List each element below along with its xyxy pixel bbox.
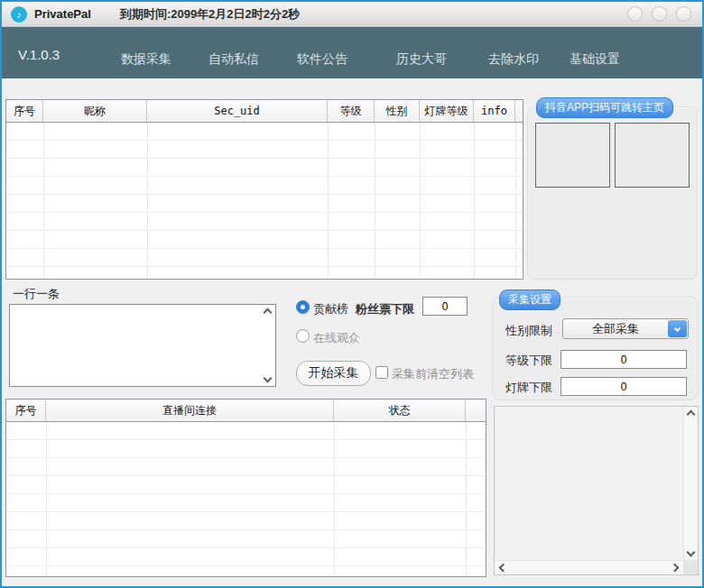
input-list-label: 一行一条 xyxy=(13,286,60,302)
app-window: ♪ PrivatePal 到期时间:2099年2月2日2时2分2秒 V.1.0.… xyxy=(0,0,704,588)
chevron-up-icon[interactable] xyxy=(264,308,273,317)
qr-panel: 抖音APP扫码可跳转主页 xyxy=(527,106,698,280)
nav-item-watermark-remove[interactable]: 去除水印 xyxy=(488,51,539,68)
collect-settings-panel: 采集设置 性别限制 全部采集 等级下限 灯牌下限 xyxy=(492,297,699,400)
col-nickname[interactable]: 昵称 xyxy=(43,100,147,122)
window-controls xyxy=(627,6,691,22)
room-table-header: 序号 直播间连接 状态 xyxy=(6,400,486,422)
lamp-min-label: 灯牌下限 xyxy=(505,380,552,396)
dropdown-arrow-button[interactable] xyxy=(668,320,687,337)
title-bar: ♪ PrivatePal 到期时间:2099年2月2日2时2分2秒 xyxy=(2,2,702,27)
col-lamp-level[interactable]: 灯牌等级 xyxy=(420,100,474,122)
fan-ticket-min-label: 粉丝票下限 xyxy=(356,301,414,317)
chevron-down-icon xyxy=(674,326,681,332)
radio-online-label: 在线观众 xyxy=(313,330,360,346)
nav-item-auto-message[interactable]: 自动私信 xyxy=(208,51,259,68)
log-horizontal-scrollbar[interactable] xyxy=(495,560,683,574)
chevron-down-icon[interactable] xyxy=(687,548,696,557)
qr-panel-title-badge: 抖音APP扫码可跳转主页 xyxy=(536,97,673,118)
maximize-button[interactable] xyxy=(652,6,667,22)
col-level[interactable]: 等级 xyxy=(328,100,375,122)
gender-limit-dropdown[interactable]: 全部采集 xyxy=(562,318,689,339)
col-index[interactable]: 序号 xyxy=(6,400,46,421)
clear-before-collect-checkbox[interactable] xyxy=(375,366,388,379)
col-gender[interactable]: 性别 xyxy=(375,100,420,122)
app-title: PrivatePal xyxy=(34,7,91,21)
nav-item-data-collect[interactable]: 数据采集 xyxy=(121,51,171,68)
app-logo-music-note-icon: ♪ xyxy=(11,6,27,23)
fan-ticket-min-input[interactable] xyxy=(422,297,468,316)
lamp-min-input[interactable] xyxy=(560,377,687,396)
log-panel[interactable] xyxy=(494,406,699,575)
start-collect-button[interactable]: 开始采集 xyxy=(296,361,371,386)
col-filler xyxy=(515,100,523,122)
minimize-button[interactable] xyxy=(627,6,643,22)
nav-item-history[interactable]: 历史大哥 xyxy=(396,51,447,68)
user-table-body[interactable] xyxy=(6,123,523,279)
gender-limit-label: 性别限制 xyxy=(505,323,552,339)
radio-contribution-label: 贡献榜 xyxy=(313,301,348,317)
radio-contribution-rank[interactable] xyxy=(296,300,310,314)
qr-code-placeholder-2 xyxy=(615,123,690,188)
log-vertical-scrollbar[interactable] xyxy=(683,407,698,560)
version-label: V.1.0.3 xyxy=(18,47,60,62)
room-table: 序号 直播间连接 状态 xyxy=(5,399,486,577)
close-button[interactable] xyxy=(676,6,691,22)
nav-bar: V.1.0.3 数据采集 自动私信 软件公告 历史大哥 去除水印 基础设置 xyxy=(2,27,702,78)
col-status[interactable]: 状态 xyxy=(334,400,466,421)
user-table: 序号 昵称 Sec_uid 等级 性别 灯牌等级 info xyxy=(5,99,523,280)
col-filler xyxy=(466,400,486,421)
clear-before-collect-label: 采集前清空列表 xyxy=(392,366,474,382)
nav-item-basic-settings[interactable]: 基础设置 xyxy=(570,51,620,68)
col-info[interactable]: info xyxy=(474,100,515,122)
nav-item-announcement[interactable]: 软件公告 xyxy=(297,51,347,68)
room-table-body[interactable] xyxy=(6,422,486,576)
room-link-textarea[interactable] xyxy=(9,304,276,387)
textarea-scrollbar[interactable] xyxy=(261,306,274,385)
col-sec-uid[interactable]: Sec_uid xyxy=(147,100,328,122)
chevron-right-icon[interactable] xyxy=(671,564,680,573)
chevron-up-icon[interactable] xyxy=(687,410,696,419)
col-room-link[interactable]: 直播间连接 xyxy=(46,400,334,421)
radio-online-viewers[interactable] xyxy=(296,329,310,343)
chevron-down-icon[interactable] xyxy=(264,374,273,383)
expiry-time-text: 到期时间:2099年2月2日2时2分2秒 xyxy=(120,6,300,23)
radio-dot xyxy=(301,305,305,309)
scrollbar-corner xyxy=(683,560,698,574)
col-index[interactable]: 序号 xyxy=(6,100,43,122)
chevron-left-icon[interactable] xyxy=(499,564,508,573)
qr-code-placeholder-1 xyxy=(535,123,610,188)
level-min-input[interactable] xyxy=(560,350,687,369)
gender-limit-value: 全部采集 xyxy=(563,321,668,337)
user-table-header: 序号 昵称 Sec_uid 等级 性别 灯牌等级 info xyxy=(6,100,523,123)
collect-settings-title-badge: 采集设置 xyxy=(499,289,560,310)
level-min-label: 等级下限 xyxy=(505,353,552,369)
